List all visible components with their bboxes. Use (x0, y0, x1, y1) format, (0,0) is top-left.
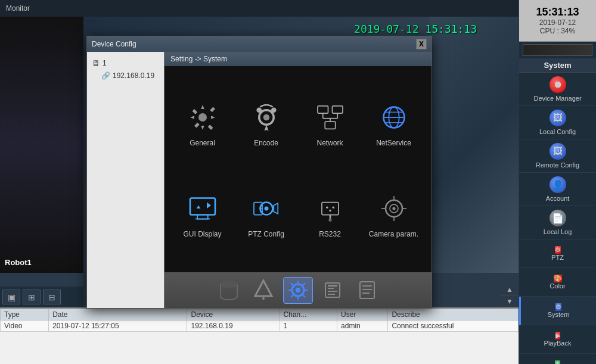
device-config-dialog: Device Config X 🖥 1 🔗 192.168.0.19 Setti… (86, 36, 432, 309)
table-cell: admin (337, 321, 388, 332)
monitor-label: Monitor (6, 4, 30, 13)
svg-point-2 (263, 114, 269, 120)
svg-point-36 (296, 288, 300, 293)
svg-rect-7 (325, 122, 336, 129)
table-cell: 192.168.0.19 (187, 321, 280, 332)
svg-point-31 (392, 207, 395, 210)
sys-icon-ptzconfig[interactable]: PTZ Config (234, 169, 298, 260)
toolbar-btn-log[interactable] (352, 277, 382, 304)
sys-icon-general[interactable]: General (170, 78, 234, 169)
remote-config-label: Remote Config (536, 161, 579, 169)
sys-icon-label-rs232: RS232 (319, 230, 341, 238)
svg-rect-40 (328, 294, 335, 295)
advance-icon: ⬇ (555, 360, 560, 364)
toolbar-btn-system-active[interactable] (283, 277, 313, 304)
sys-icon-img-ptzconfig (250, 192, 283, 225)
local-config-icon: 🖼 (550, 110, 566, 126)
color-icon: 🎨 (554, 275, 562, 282)
sys-icon-cameraparam[interactable]: Camera param. (362, 169, 426, 260)
ptz-label: PTZ (551, 254, 564, 261)
local-config-label: Local Config (539, 128, 576, 135)
robot-label: Robot1 (5, 258, 32, 267)
sys-icon-rs232[interactable]: RS232 (298, 169, 362, 260)
sys-icon-label-cameraparam: Camera param. (369, 230, 418, 238)
toolbar-btn-alarm[interactable] (249, 277, 278, 304)
sys-icon-label-guidisplay: GUI Display (183, 230, 221, 238)
breadcrumb-text: Setting -> System (170, 55, 227, 63)
breadcrumb-bar: Setting -> System (164, 52, 432, 66)
sys-icon-network[interactable]: Network (298, 78, 362, 169)
svg-point-24 (326, 206, 328, 209)
top-bar: Monitor Time (0, 0, 596, 17)
svg-rect-6 (332, 105, 343, 113)
toolbar-btn-info[interactable] (318, 277, 347, 304)
sys-icon-img-cameraparam (377, 192, 411, 225)
color-label: Color (550, 282, 565, 290)
svg-point-26 (329, 209, 331, 211)
sys-icon-img-rs232 (313, 192, 347, 225)
table-cell: 1 (280, 321, 337, 332)
single-view-btn[interactable]: ▣ (2, 290, 20, 304)
right-menu-remote-config[interactable]: 🖼 Remote Config (519, 139, 596, 173)
tree-root[interactable]: 🖥 1 (89, 57, 162, 70)
log-col-type: Type (1, 309, 49, 321)
right-menu-local-log[interactable]: 📄 Local Log (519, 206, 596, 239)
log-col-chan: Chan... (280, 309, 337, 321)
sys-icon-encode[interactable]: Encode (234, 78, 298, 169)
right-menu-account[interactable]: 👤 Account (519, 173, 596, 206)
playback-label: PlayBack (544, 340, 572, 347)
datetime-overlay: 2019-07-12 15:31:13 (354, 23, 477, 35)
system-icon: ⚙ (555, 303, 561, 311)
view-controls: ▣ ⊞ ⊟ (0, 287, 83, 307)
sys-icon-netservice[interactable]: NetService (362, 78, 426, 169)
right-bottom-color[interactable]: 🎨 Color (519, 268, 596, 297)
dialog-title-bar: Device Config X (87, 36, 432, 52)
svg-rect-43 (362, 285, 372, 287)
table-cell: 2019-07-12 15:27:05 (49, 321, 187, 332)
log-col-date: Date (49, 309, 187, 321)
svg-rect-44 (362, 289, 372, 290)
svg-point-33 (221, 281, 237, 288)
sys-icon-guidisplay[interactable]: GUI Display (170, 169, 234, 260)
right-bottom-advance[interactable]: ⬇ Advance (519, 354, 596, 364)
svg-rect-38 (328, 288, 334, 289)
right-menu-local-config[interactable]: 🖼 Local Config (519, 106, 596, 139)
log-col-user: User (337, 309, 388, 321)
right-bottom-system[interactable]: ⚙ System (519, 297, 596, 325)
toolbar-btn-storage[interactable] (214, 277, 244, 304)
scroll-down-btn[interactable]: ▼ (501, 295, 519, 307)
playback-icon: ▶ (555, 332, 560, 340)
svg-point-25 (332, 206, 334, 209)
icons-grid: GeneralEncodeNetworkNetServiceGUI Displa… (164, 66, 432, 272)
scroll-buttons: ▲ ▼ (501, 284, 519, 307)
scroll-up-btn[interactable]: ▲ (501, 284, 519, 295)
right-bottom-ptz[interactable]: ⚙ PTZ (519, 239, 596, 268)
log-area: TypeDateDeviceChan...UserDescribe Video2… (0, 307, 519, 364)
right-bottom-playback[interactable]: ▶ PlayBack (519, 325, 596, 354)
sys-icon-label-ptzconfig: PTZ Config (248, 230, 284, 238)
sys-icon-img-network (313, 101, 347, 134)
sys-icon-label-encode: Encode (254, 139, 278, 147)
quad-view-btn[interactable]: ⊞ (23, 290, 41, 304)
multi-view-btn[interactable]: ⊟ (43, 290, 61, 304)
time-date: 2019-07-12 (524, 18, 591, 27)
log-tbody: Video2019-07-12 15:27:05192.168.0.191adm… (1, 321, 519, 332)
dialog-close-btn[interactable]: X (416, 39, 427, 49)
system-panel: Setting -> System GeneralEncodeNetworkNe… (164, 52, 432, 308)
system-header-label: System (544, 61, 571, 70)
svg-point-28 (328, 218, 331, 221)
svg-rect-39 (328, 291, 337, 292)
tree-ip[interactable]: 🔗 192.168.0.19 (89, 70, 162, 82)
account-icon: 👤 (550, 176, 566, 193)
dialog-title: Device Config (92, 40, 136, 48)
log-table: TypeDateDeviceChan...UserDescribe Video2… (0, 309, 519, 332)
sys-icon-img-encode (250, 101, 283, 134)
device-manager-label: Device Manager (533, 95, 581, 102)
right-menu-device-manager[interactable]: ⏺ Device Manager (519, 73, 596, 106)
sys-icon-img-netservice (377, 101, 411, 134)
sys-icon-label-general: General (190, 139, 215, 147)
system-header: System (519, 58, 596, 73)
time-cpu: CPU : 34% (524, 27, 591, 35)
remote-config-icon: 🖼 (550, 143, 566, 160)
ptz-icon: ⚙ (555, 246, 561, 254)
